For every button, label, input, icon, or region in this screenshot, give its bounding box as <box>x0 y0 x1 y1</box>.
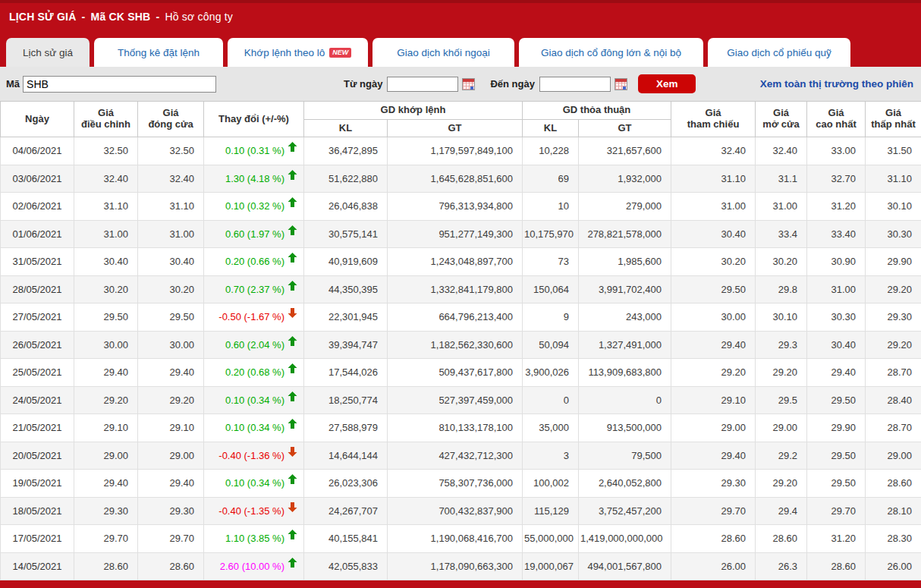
close-price-cell: 29.30 <box>138 497 204 525</box>
change-cell: 0.10 (0.34 %) <box>204 414 304 442</box>
tab-order-stats[interactable]: Thống kê đặt lệnh <box>94 38 223 67</box>
date-cell: 14/05/2021 <box>1 552 74 580</box>
high-price-cell: 31.20 <box>807 525 866 553</box>
change-value: 0.10 (0.32 %) <box>225 200 284 212</box>
tab-foreign-trading[interactable]: Giao dịch khối ngoại <box>372 38 514 67</box>
header-date: Ngày <box>1 102 74 137</box>
high-price-cell: 30.40 <box>807 331 866 359</box>
trend-up-icon <box>288 225 297 235</box>
table-row: 21/05/202129.1029.100.10 (0.34 %)27,588,… <box>1 414 921 442</box>
negotiated-value-cell: 494,001,567,800 <box>579 552 671 580</box>
high-price-cell: 28.60 <box>807 552 866 580</box>
reference-price-cell: 32.40 <box>671 137 756 165</box>
adjusted-price-cell: 30.40 <box>74 248 138 276</box>
negotiated-volume-cell: 100,002 <box>523 470 579 498</box>
open-price-cell: 33.4 <box>756 220 807 248</box>
high-price-cell: 30.90 <box>807 248 866 276</box>
tab-lot-matching[interactable]: Khớp lệnh theo lô NEW <box>228 38 368 67</box>
open-price-cell: 32.40 <box>756 137 807 165</box>
matched-volume-cell: 39,394,747 <box>304 331 388 359</box>
close-price-cell: 31.00 <box>138 220 204 248</box>
matched-volume-cell: 26,046,838 <box>304 193 388 221</box>
tab-bar: Lịch sử giá Thống kê đặt lệnh Khớp lệnh … <box>0 30 921 67</box>
table-row: 18/05/202129.3029.30-0.40 (-1.35 %)24,26… <box>1 497 921 525</box>
matched-volume-cell: 24,267,707 <box>304 497 388 525</box>
tab-price-history[interactable]: Lịch sử giá <box>6 38 90 67</box>
low-price-cell: 29.20 <box>866 275 921 303</box>
change-value: 2.60 (10.00 %) <box>220 561 284 572</box>
trend-up-icon <box>288 281 297 291</box>
high-price-cell: 33.40 <box>807 220 866 248</box>
date-cell: 27/05/2021 <box>1 303 74 332</box>
close-price-cell: 29.70 <box>138 525 204 553</box>
negotiated-value-cell: 113,909,683,800 <box>579 359 671 387</box>
view-button[interactable]: Xem <box>638 74 696 93</box>
table-row: 01/06/202131.0031.000.60 (1.97 %)30,575,… <box>1 220 921 248</box>
reference-price-cell: 29.40 <box>671 331 756 359</box>
market-overview-link[interactable]: Xem toàn thị trường theo phiên <box>760 78 913 90</box>
low-price-cell: 28.30 <box>866 525 921 553</box>
change-value: 1.10 (3.85 %) <box>225 533 284 544</box>
table-row: 04/06/202132.5032.500.10 (0.31 %)36,472,… <box>1 137 921 165</box>
negotiated-volume-cell: 150,064 <box>523 275 579 303</box>
high-price-cell: 31.00 <box>807 275 866 303</box>
change-cell: 0.20 (0.66 %) <box>204 248 304 276</box>
reference-price-cell: 29.30 <box>671 470 756 498</box>
change-cell: 0.10 (0.31 %) <box>204 137 304 165</box>
matched-value-cell: 527,397,459,000 <box>388 386 523 414</box>
header-group-matched: GD khớp lệnh <box>304 102 523 120</box>
high-price-cell: 29.50 <box>807 386 866 414</box>
date-cell: 04/06/2021 <box>1 137 74 165</box>
negotiated-value-cell: 2,640,052,800 <box>579 470 671 498</box>
change-value: 0.70 (2.37 %) <box>225 284 284 295</box>
date-cell: 20/05/2021 <box>1 442 74 470</box>
trend-up-icon <box>288 558 297 568</box>
negotiated-value-cell: 1,985,600 <box>579 248 671 276</box>
low-price-cell: 30.30 <box>866 220 921 248</box>
matched-volume-cell: 51,622,880 <box>304 165 388 193</box>
table-row: 24/05/202129.2029.200.10 (0.34 %)18,250,… <box>1 386 921 414</box>
adjusted-price-cell: 29.50 <box>74 303 138 332</box>
low-price-cell: 28.10 <box>866 497 921 525</box>
calendar-icon[interactable] <box>462 78 475 90</box>
close-price-cell: 32.50 <box>138 137 204 165</box>
trend-up-icon <box>288 253 297 263</box>
high-price-cell: 29.90 <box>807 414 866 442</box>
from-date-input[interactable] <box>387 77 458 92</box>
table-row: 20/05/202129.0029.00-0.40 (-1.36 %)14,64… <box>1 442 921 470</box>
header-low-price: Giá thấp nhất <box>866 102 921 137</box>
table-row: 28/05/202130.2030.200.70 (2.37 %)44,350,… <box>1 275 921 303</box>
close-price-cell: 29.40 <box>138 470 204 498</box>
close-price-cell: 29.00 <box>138 442 204 470</box>
change-value: 0.10 (0.34 %) <box>225 395 284 406</box>
trend-up-icon <box>288 419 297 429</box>
close-price-cell: 31.10 <box>138 193 204 221</box>
price-history-page: LỊCH SỬ GIÁ - Mã CK SHB - Hồ sơ công ty … <box>0 0 921 588</box>
trend-down-icon <box>288 447 297 457</box>
negotiated-volume-cell: 19,000,067 <box>523 552 579 580</box>
table-row: 02/06/202131.1031.100.10 (0.32 %)26,046,… <box>1 193 921 221</box>
matched-value-cell: 1,179,597,849,100 <box>388 137 523 165</box>
change-cell: 0.10 (0.34 %) <box>204 386 304 414</box>
matched-volume-cell: 40,919,609 <box>304 248 388 276</box>
negotiated-volume-cell: 115,129 <box>523 497 579 525</box>
negotiated-value-cell: 278,821,578,000 <box>579 220 671 248</box>
negotiated-volume-cell: 3,900,026 <box>523 359 579 387</box>
header-matched-value: GT <box>388 120 523 137</box>
stock-code-input[interactable] <box>23 76 216 93</box>
page-title: LỊCH SỬ GIÁ - Mã CK SHB - Hồ sơ công ty <box>0 3 921 30</box>
calendar-icon[interactable] <box>615 78 627 90</box>
table-row: 14/05/202128.6028.602.60 (10.00 %)42,055… <box>1 552 921 580</box>
matched-volume-cell: 30,575,141 <box>304 220 388 248</box>
change-value: 0.60 (1.97 %) <box>225 228 284 240</box>
matched-value-cell: 509,437,617,800 <box>388 359 523 387</box>
header-negotiated-value: GT <box>579 120 671 137</box>
company-profile-label: Hồ sơ công ty <box>165 11 233 23</box>
tab-major-shareholders[interactable]: Giao dịch cổ đông lớn & nội bộ <box>519 38 703 67</box>
change-cell: 0.60 (1.97 %) <box>204 220 304 248</box>
matched-volume-cell: 40,155,841 <box>304 525 388 553</box>
tab-treasury-shares[interactable]: Giao dịch cổ phiếu quỹ <box>708 38 850 67</box>
matched-volume-cell: 36,472,895 <box>304 137 388 165</box>
to-date-input[interactable] <box>539 77 611 92</box>
title-separator: - <box>82 11 86 23</box>
